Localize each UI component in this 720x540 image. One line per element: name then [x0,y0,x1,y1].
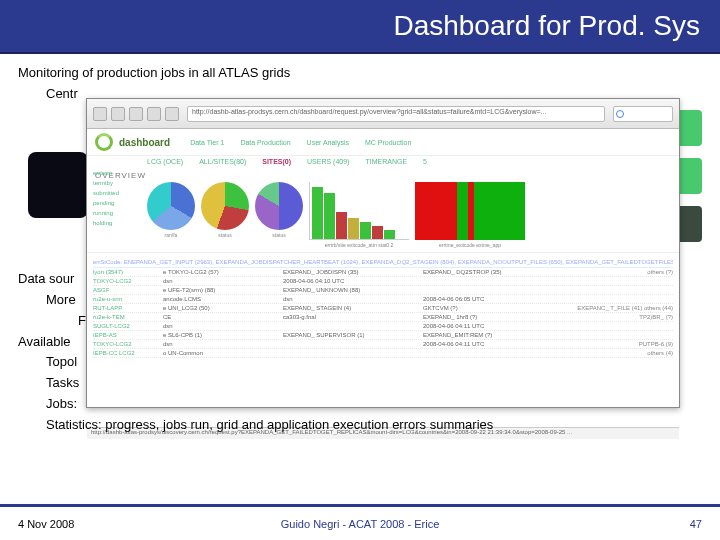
overview-title: OVERVIEW [95,171,671,180]
url-bar[interactable]: http://dashb-atlas-prodsys.cern.ch/dashb… [187,106,605,122]
jobs-line: Jobs: [46,395,493,414]
nav-back-icon[interactable] [93,107,107,121]
err-bar-red-1 [415,182,457,240]
slide-content: Monitoring of production jobs in all ATL… [0,54,720,104]
table-cell: TP2)BR_ (?) [543,314,673,320]
pie-chart-2-wrap: status [201,182,249,248]
search-box[interactable] [613,106,673,122]
pie-chart-1-wrap: ran/fa [147,182,195,248]
err-bar-green-2 [474,182,525,240]
sub-tab[interactable]: TIMERANGE [365,158,407,165]
browser-toolbar: http://dashb-atlas-prodsys.cern.ch/dashb… [87,99,679,129]
pie-label-3: status [272,232,285,238]
bar [348,218,359,239]
placeholder-f: F [78,312,493,331]
dark-background-block [28,152,88,218]
search-icon [616,110,624,118]
sidebar-item[interactable]: pending [93,199,141,208]
sub-tab[interactable]: ALL/SITES(80) [199,158,246,165]
data-source-line: Data sour [18,270,493,289]
bar-label: errtrb/site exitcode_attn stat0.2 [325,242,394,248]
sidebar-item[interactable]: holding [93,219,141,228]
overview-sidebar: errterm termtby submitted pending runnin… [93,169,141,229]
bar [324,193,335,239]
dashboard-logo-icon [95,133,113,151]
pie-chart-2 [201,182,249,230]
table-cell: PUTPB-6 (9) [543,341,673,347]
top-tab[interactable]: Data Tier 1 [190,139,224,146]
bar-chart-wrap: errtrb/site exitcode_attn stat0.2 [309,182,409,248]
table-cell: others (4) [543,350,673,356]
table-cell: EXEPANC_ T_FILE (41) others (44) [543,305,673,311]
sub-tab[interactable]: USERS (409) [307,158,349,165]
sub-tabs: LCG (OCE) ALL/SITES(80) SITES(0) USERS (… [147,156,679,167]
top-tab[interactable]: Data Production [240,139,290,146]
more-line: More [46,291,493,310]
table-cell [543,287,673,293]
top-tab[interactable]: MC Production [365,139,411,146]
nav-fwd-icon[interactable] [111,107,125,121]
table-header: errStCode: ENEPANDA_GET_INPUT (2963), EX… [93,257,673,268]
tasks-line: Tasks [46,374,493,393]
sub-tab[interactable]: LCG (OCE) [147,158,183,165]
sidebar-item[interactable]: running [93,209,141,218]
err-bar-wrap: errtme_exitcode extme_app [415,182,525,248]
sub-tab[interactable]: 5 [423,158,427,165]
pie-chart-3-wrap: status [255,182,303,248]
sidebar-item[interactable]: submitted [93,189,141,198]
bar-chart [309,182,409,240]
bar [360,222,371,239]
available-line: Available [18,333,493,352]
nav-home-icon[interactable] [165,107,179,121]
footer-page: 47 [690,518,702,530]
heading-line: Monitoring of production jobs in all ATL… [18,64,702,83]
top-tabs: Data Tier 1 Data Production User Analysi… [190,139,411,146]
pie-label-2: status [218,232,231,238]
slide-title-bar: Dashboard for Prod. Sys [0,0,720,54]
bar [372,226,383,239]
sidebar-item[interactable]: termtby [93,179,141,188]
dashboard-header: dashboard Data Tier 1 Data Production Us… [87,129,679,156]
footer-date: 4 Nov 2008 [18,518,74,530]
bar [384,230,395,239]
overview-charts: ran/fa status status errtrb/site exitcod… [147,182,671,248]
pie-chart-3 [255,182,303,230]
slide-footer: 4 Nov 2008 Guido Negri - ACAT 2008 - Eri… [0,504,720,540]
pie-chart-1 [147,182,195,230]
table-cell: others (?) [543,269,673,275]
pie-label-1: ran/fa [165,232,178,238]
nav-stop-icon[interactable] [147,107,161,121]
topol-line: Topol [46,353,493,372]
table-cell [543,332,673,338]
overview-panel: OVERVIEW ran/fa status status errtrb/sit… [87,167,679,253]
nav-reload-icon[interactable] [129,107,143,121]
table-cell [543,296,673,302]
err-bar [415,182,525,240]
err-bar-green-1 [457,182,468,240]
sub-tab-selected[interactable]: SITES(0) [262,158,291,165]
bar [336,212,347,239]
footer-author: Guido Negri - ACAT 2008 - Erice [281,518,440,530]
table-cell [543,323,673,329]
errbox-label: errtme_exitcode extme_app [439,242,501,248]
table-cell [543,278,673,284]
lower-text-block: Data sour More F Available Topol Tasks J… [18,270,493,437]
dashboard-logo-text: dashboard [119,137,170,148]
bar [312,187,323,239]
top-tab[interactable]: User Analysis [307,139,349,146]
stats-line: Statistics: progress, jobs run, grid and… [46,416,493,435]
err-bar-red-2 [468,182,475,240]
slide-title: Dashboard for Prod. Sys [393,10,720,41]
sidebar-item[interactable]: errterm [93,169,141,178]
